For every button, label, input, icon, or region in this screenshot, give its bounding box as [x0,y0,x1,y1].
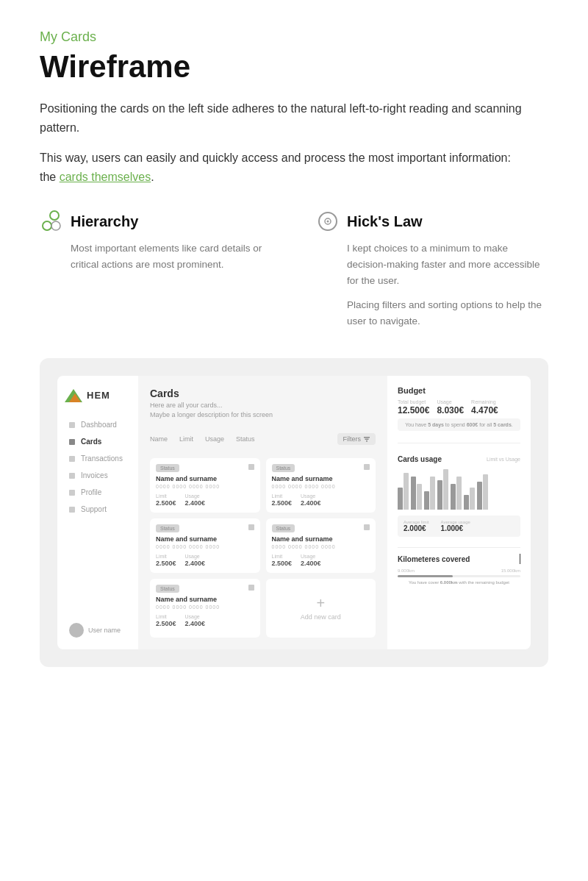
bar-dark-4 [437,480,442,510]
mock-cards-grid: Status Name and surname 0000 0000 0000 0… [150,458,376,638]
mock-budget-panel: Budget Total budget 12.500€ Usage 8.030€… [387,376,531,649]
bar-chart [398,469,520,510]
svg-point-2 [51,221,60,230]
bar-dark-6 [464,495,469,510]
bar-light-2 [417,484,422,510]
cards-usage-section: Cards usage Limit vs Usage [398,455,520,537]
card-dot-3 [248,524,254,530]
mock-table-header: Name Limit Usage Status Filters [150,433,376,445]
svg-rect-10 [366,440,368,442]
km-section: Kilometeres covered 9.000km 15.000km You… [398,547,520,585]
bar-dark-5 [451,484,456,510]
card-status-2: Status [272,464,295,472]
card-status-4: Status [272,524,295,532]
hicks-law-desc-2: Placing filters and sorting options to h… [347,297,548,329]
km-range-labels: 9.000km 15.000km [398,568,520,573]
cards-usage-header: Cards usage Limit vs Usage [398,455,520,463]
transactions-icon [69,456,75,462]
mock-main-area: Cards Here are all your cards... Maybe a… [138,376,387,649]
km-header: Kilometeres covered [398,554,520,564]
mock-cards-header: Cards Here are all your cards... Maybe a… [150,388,376,419]
bar-light-5 [456,477,462,510]
card-dot-1 [248,464,254,470]
cards-link[interactable]: cards themselves [60,171,151,183]
sidebar-item-support[interactable]: Support [65,502,131,517]
hicks-law-icon [316,210,340,233]
bar-light-6 [470,488,475,510]
profile-icon [69,490,75,496]
card-dot-2 [364,464,370,470]
page-header: My Cards Wireframe Positioning the cards… [40,29,548,186]
add-card-label: Add new card [301,613,341,621]
hierarchy-title: Hierarchy [71,213,138,230]
budget-section: Budget Total budget 12.500€ Usage 8.030€… [398,386,520,431]
description-2: This way, users can easily and quickly a… [40,149,525,186]
avatar [69,623,84,638]
budget-note: You have 5 days to spend 600€ for all 5 … [398,418,520,431]
chart-stats: Average limit 2.000€ Average usage 1.000… [398,516,520,537]
filters-button[interactable]: Filters [337,433,376,445]
principle-hierarchy-header: Hierarchy [40,210,272,233]
hierarchy-desc: Most important elements like card detail… [71,240,272,272]
principle-hicks-law: Hick's Law I kept choices to a minimum t… [316,210,548,329]
principles-section: Hierarchy Most important elements like c… [40,210,548,329]
username-label: User name [88,627,121,634]
mock-card-1[interactable]: Status Name and surname 0000 0000 0000 0… [150,458,260,513]
principle-hierarchy: Hierarchy Most important elements like c… [40,210,272,329]
cards-icon [69,439,75,445]
mock-card-5[interactable]: Status Name and surname 0000 0000 0000 0… [150,579,260,638]
bar-dark-3 [424,491,429,510]
mock-user: User name [65,608,131,638]
bar-dark-7 [477,482,482,510]
bar-dark-2 [411,477,416,510]
principle-hicks-header: Hick's Law [316,210,548,233]
add-card-icon: + [316,596,325,610]
svg-rect-9 [365,438,369,440]
filter-icon [364,436,370,442]
km-progress-fill [398,575,453,577]
bar-light-4 [443,469,448,510]
page-title: Wireframe [40,49,548,85]
svg-point-5 [327,221,329,223]
hicks-law-title: Hick's Law [347,213,423,230]
hicks-law-desc-1: I kept choices to a minimum to make deci… [347,240,548,288]
bar-light-1 [404,473,409,510]
card-dot-4 [364,524,370,530]
mock-logo: HEM [65,388,131,402]
bar-dark-1 [398,488,403,510]
mock-sidebar: HEM Dashboard Cards Transactions Invoice… [57,376,138,649]
card-status-3: Status [156,524,179,532]
svg-point-1 [43,221,51,230]
hierarchy-icon [40,210,63,233]
mock-card-2[interactable]: Status Name and surname 0000 0000 0000 0… [266,458,376,513]
budget-totals-row: Total budget 12.500€ Usage 8.030€ Remain… [398,399,520,415]
sidebar-item-invoices[interactable]: Invoices [65,468,131,483]
support-icon [69,507,75,513]
sidebar-item-profile[interactable]: Profile [65,485,131,500]
logo-text: HEM [87,390,110,401]
card-dot-5 [248,585,254,591]
sidebar-item-dashboard[interactable]: Dashboard [65,417,131,432]
km-progress-track [398,575,520,577]
dashboard-icon [69,422,75,428]
description-1: Positioning the cards on the left side a… [40,99,525,137]
bar-light-3 [430,477,435,510]
mock-card-3[interactable]: Status Name and surname 0000 0000 0000 0… [150,518,260,573]
mock-card-4[interactable]: Status Name and surname 0000 0000 0000 0… [266,518,376,573]
svg-point-0 [50,211,59,220]
add-card-button[interactable]: + Add new card [266,579,376,638]
svg-rect-8 [364,437,370,438]
logo-icon [65,388,82,402]
section-label: My Cards [40,29,548,45]
sidebar-item-transactions[interactable]: Transactions [65,451,131,466]
bar-light-7 [483,474,488,510]
sidebar-item-cards[interactable]: Cards [65,434,131,449]
km-divider [520,554,520,564]
mockup-container: HEM Dashboard Cards Transactions Invoice… [40,358,548,666]
card-status-5: Status [156,585,179,593]
invoices-icon [69,473,75,479]
km-note: You have cover 6.000km with the remainin… [398,580,520,585]
card-status-1: Status [156,464,179,472]
